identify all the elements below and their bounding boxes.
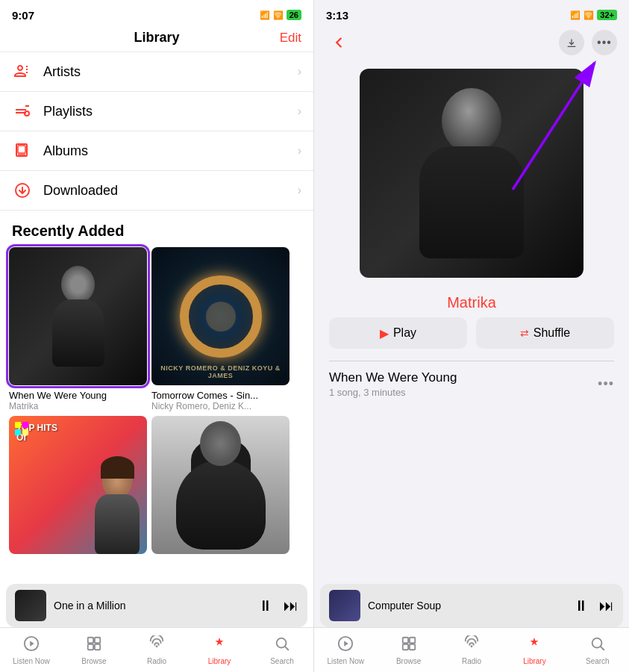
right-tab-listen-now[interactable]: Listen Now <box>314 635 377 665</box>
play-button[interactable]: ▶ Play <box>329 317 467 349</box>
song-title: When We Were Young <box>329 370 598 385</box>
left-now-playing-info: One in a Million <box>54 600 251 612</box>
svg-point-14 <box>156 645 158 647</box>
left-pause-button[interactable]: ⏸ <box>258 597 273 615</box>
playlists-chevron: › <box>298 105 301 118</box>
artist-person-large <box>419 88 524 258</box>
play-label: Play <box>393 326 416 340</box>
matrika-person-figure <box>52 266 104 367</box>
tophits-person <box>95 456 140 554</box>
left-radio-icon <box>148 635 165 656</box>
left-now-playing-thumb <box>15 590 46 621</box>
right-tab-browse-label: Browse <box>396 657 421 665</box>
left-nav-header: Library Edit <box>0 27 313 52</box>
right-panel: 3:13 📶 🛜 32+ ••• <box>314 0 629 672</box>
left-time: 9:07 <box>12 9 34 22</box>
svg-line-16 <box>285 647 288 650</box>
right-tab-radio-label: Radio <box>462 657 481 665</box>
albums-label: Albums <box>43 143 298 159</box>
album-subtitle-tomorrow: Nicky Romero, Deniz K... <box>151 401 290 411</box>
menu-item-albums[interactable]: Albums › <box>0 131 313 171</box>
menu-item-artists[interactable]: Artists › <box>0 52 313 92</box>
artists-label: Artists <box>43 64 298 80</box>
artist-head-large <box>442 88 501 154</box>
right-tab-browse[interactable]: Browse <box>377 635 439 665</box>
album-card-matrika[interactable]: When We Were Young Matrika <box>9 247 147 411</box>
left-tab-search[interactable]: Search <box>251 635 313 665</box>
matrika-head <box>61 266 95 303</box>
svg-marker-9 <box>30 641 34 646</box>
download-button[interactable] <box>559 30 584 55</box>
left-edit-button[interactable]: Edit <box>280 31 301 46</box>
right-search-icon <box>589 635 606 656</box>
left-tab-browse[interactable]: Browse <box>63 635 125 665</box>
right-now-playing-title: Computer Soup <box>368 600 566 612</box>
left-tab-search-label: Search <box>270 657 294 665</box>
right-browse-icon <box>401 635 417 656</box>
wifi-icon: 🛜 <box>273 10 284 20</box>
left-tab-radio[interactable]: Radio <box>125 635 188 665</box>
left-now-playing-bar[interactable]: One in a Million ⏸ ⏭ <box>6 584 307 627</box>
artists-chevron: › <box>298 65 301 78</box>
hood-cloak-body <box>176 460 266 550</box>
left-tab-listen-now-label: Listen Now <box>13 657 49 665</box>
right-skip-button[interactable]: ⏭ <box>599 597 614 615</box>
album-card-tomorrow[interactable]: NICKY ROMERO & DENIZ KOYU & JAMES Tomorr… <box>151 247 290 411</box>
playlists-icon <box>12 101 33 122</box>
album-subtitle-matrika: Matrika <box>9 401 147 411</box>
menu-item-playlists[interactable]: Playlists › <box>0 92 313 131</box>
library-menu: Artists › Playlists › <box>0 52 313 211</box>
right-tab-listen-now-label: Listen Now <box>327 657 363 665</box>
svg-line-27 <box>601 647 604 650</box>
left-tab-listen-now[interactable]: Listen Now <box>0 635 63 665</box>
back-button[interactable] <box>326 30 351 55</box>
right-now-playing-controls: ⏸ ⏭ <box>574 597 614 615</box>
svg-rect-22 <box>410 637 415 642</box>
song-meta: 1 song, 3 minutes <box>329 387 598 398</box>
albums-icon <box>12 140 33 161</box>
left-tab-library[interactable]: Library <box>188 635 251 665</box>
album-card-hood[interactable] <box>151 416 290 554</box>
right-tab-radio[interactable]: Radio <box>440 635 503 665</box>
right-wifi-icon: 🛜 <box>583 10 594 20</box>
action-buttons: ▶ Play ⇄ Shuffle <box>314 317 629 361</box>
right-tab-search[interactable]: Search <box>566 635 629 665</box>
svg-rect-5 <box>18 146 25 153</box>
svg-point-2 <box>25 111 29 116</box>
left-panel: 9:07 📶 🛜 26 Library Edit Artists › <box>0 0 314 672</box>
svg-rect-11 <box>95 637 100 642</box>
left-skip-button[interactable]: ⏭ <box>284 597 298 615</box>
shuffle-label: Shuffle <box>533 326 571 340</box>
artists-icon <box>12 61 33 82</box>
song-item[interactable]: When We Were Young 1 song, 3 minutes ••• <box>314 361 629 407</box>
right-pause-button[interactable]: ⏸ <box>574 597 589 615</box>
shuffle-button[interactable]: ⇄ Shuffle <box>476 317 614 349</box>
left-library-icon <box>211 635 228 656</box>
menu-item-downloaded[interactable]: Downloaded › <box>0 171 313 211</box>
albums-chevron: › <box>298 144 301 158</box>
svg-rect-23 <box>402 644 407 649</box>
svg-rect-13 <box>95 644 100 649</box>
right-tab-bar: Listen Now Browse Radio Library Search <box>314 627 629 672</box>
right-now-playing-bar[interactable]: Computer Soup ⏸ ⏭ <box>320 584 623 627</box>
playlists-label: Playlists <box>43 104 298 119</box>
svg-point-25 <box>471 645 473 647</box>
song-info: When We Were Young 1 song, 3 minutes <box>329 370 598 398</box>
album-title-tomorrow: Tomorrow Comes - Sin... <box>151 390 290 401</box>
tomorrow-ring <box>180 276 262 358</box>
artist-image-container <box>314 61 629 285</box>
right-battery: 32+ <box>597 10 617 20</box>
more-options-button[interactable]: ••• <box>592 30 617 55</box>
left-search-icon <box>274 635 290 656</box>
right-tab-search-label: Search <box>586 657 610 665</box>
album-card-tophits[interactable]: TOP HITSOf <box>9 416 147 554</box>
left-battery: 26 <box>287 10 301 20</box>
svg-rect-12 <box>88 644 93 649</box>
left-now-playing-controls: ⏸ ⏭ <box>258 597 298 615</box>
song-more-button[interactable]: ••• <box>598 376 614 392</box>
artist-name: Matrika <box>314 285 629 317</box>
right-now-playing-info: Computer Soup <box>368 600 566 612</box>
right-radio-icon <box>463 635 480 656</box>
svg-rect-10 <box>88 637 93 642</box>
right-tab-library[interactable]: Library <box>503 635 566 665</box>
